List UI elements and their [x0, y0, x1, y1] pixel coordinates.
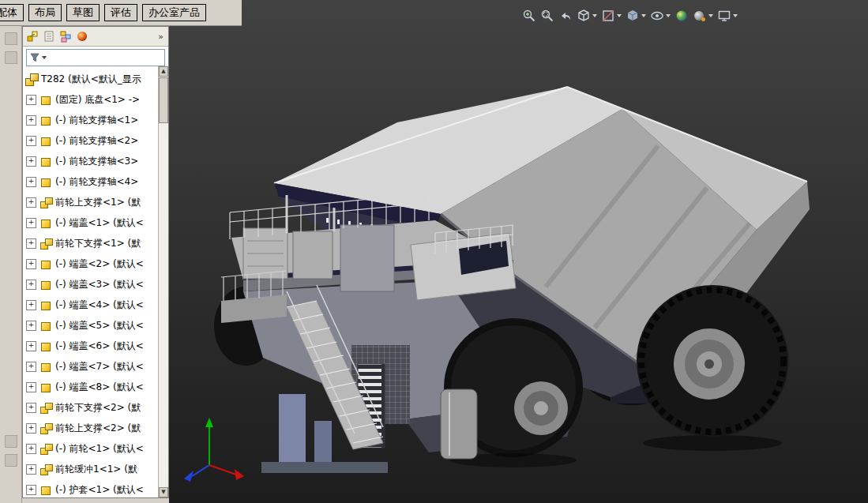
expand-toggle[interactable]: + [26, 485, 36, 495]
expand-toggle[interactable]: + [26, 280, 36, 290]
tree-item[interactable]: +(-) 端盖<6> (默认< [23, 336, 168, 356]
tree-item-label: 前轮缓冲1<1> (默 [55, 463, 137, 476]
expand-toggle[interactable]: + [26, 321, 36, 331]
tree-item[interactable]: +(-) 前轮支撑轴<1> [23, 110, 168, 130]
tab-assembly[interactable]: 配体 [0, 4, 24, 21]
expand-toggle[interactable]: + [26, 156, 36, 167]
tree-item[interactable]: +(-) 护套<1> (默认< [23, 479, 168, 498]
expand-toggle[interactable]: + [26, 444, 36, 454]
dropdown-arrow-icon[interactable] [641, 14, 646, 17]
zoom-to-area-button[interactable] [539, 8, 555, 24]
dropdown-arrow-icon[interactable] [617, 14, 622, 17]
tree-item-label: (-) 端盖<4> (默认< [55, 298, 144, 312]
tree-item-label: (固定) 底盘<1> -> [55, 93, 140, 107]
tree-item-label: 前轮上支撑<2> (默 [55, 422, 141, 435]
assembly-icon [39, 443, 52, 455]
expand-toggle[interactable]: + [26, 362, 36, 372]
edit-appearance-button[interactable] [674, 8, 690, 24]
tab-office[interactable]: 办公室产品 [142, 4, 206, 21]
expand-toggle[interactable]: + [26, 423, 36, 434]
panel-overflow-chevrons[interactable]: » [158, 32, 165, 42]
tab-sketch[interactable]: 草图 [66, 4, 100, 21]
part-icon [39, 361, 52, 373]
collapsed-toolbar-icon [5, 32, 17, 45]
filter-dropdown-arrow[interactable] [42, 56, 47, 59]
tree-item[interactable]: +(-) 端盖<3> (默认< [23, 274, 168, 295]
tree-item-label: (-) 前轮<1> (默认< [55, 442, 144, 456]
expand-toggle[interactable]: + [26, 95, 36, 105]
tree-filter[interactable] [26, 49, 165, 66]
tree-item[interactable]: +(-) 端盖<7> (默认< [23, 356, 168, 377]
featuremanager-tree-icon[interactable] [26, 30, 39, 43]
appearances-icon[interactable] [76, 30, 88, 43]
feature-tree-list: T282 (默认<默认_显示+(固定) 底盘<1> ->+(-) 前轮支撑轴<1… [23, 69, 168, 498]
zoom-to-fit-button[interactable] [521, 8, 537, 24]
tree-item[interactable]: +(-) 前轮支撑轴<2> [23, 130, 168, 151]
collapsed-toolbar-icon [5, 435, 17, 448]
tree-item[interactable]: +(-) 端盖<5> (默认< [23, 315, 168, 336]
tree-item-label: (-) 端盖<1> (默认< [55, 216, 144, 230]
view-orientation-button[interactable] [576, 8, 598, 24]
tree-item[interactable]: +前轮下支撑<2> (默 [23, 397, 168, 418]
expand-toggle[interactable]: + [26, 403, 36, 413]
tree-item-label: (-) 端盖<7> (默认< [55, 360, 144, 373]
expand-toggle[interactable]: + [26, 382, 36, 392]
tree-item[interactable]: +(-) 前轮支撑轴<4> [23, 171, 168, 192]
configurationmanager-icon[interactable] [59, 30, 72, 43]
dropdown-arrow-icon[interactable] [592, 14, 597, 17]
tree-item-label: (-) 护套<1> (默认< [55, 483, 144, 497]
tree-scrollbar[interactable]: ▲ ▼ [158, 66, 168, 497]
tree-item[interactable]: +前轮上支撑<1> (默 [23, 192, 168, 212]
tab-layout[interactable]: 布局 [28, 4, 62, 21]
tree-item[interactable]: +(-) 端盖<2> (默认< [23, 253, 168, 274]
expand-toggle[interactable]: + [26, 218, 36, 228]
apply-scene-button[interactable] [692, 8, 714, 24]
collapsed-toolbar-icon [5, 454, 17, 467]
tree-item[interactable]: +前轮上支撑<2> (默 [23, 418, 168, 438]
scroll-up-button[interactable]: ▲ [159, 66, 168, 77]
tab-evaluate[interactable]: 评估 [104, 4, 137, 21]
propertymanager-icon[interactable] [43, 30, 55, 43]
tree-item[interactable]: +(-) 前轮<1> (默认< [23, 438, 168, 459]
graphics-viewport[interactable] [168, 26, 868, 503]
headsup-toolbar [521, 8, 738, 24]
hide-show-items-button[interactable] [649, 8, 671, 24]
part-icon [39, 299, 52, 311]
tree-item-label: 前轮上支撑<1> (默 [55, 196, 141, 209]
view-settings-button[interactable] [716, 8, 738, 24]
scroll-thumb[interactable] [159, 77, 168, 123]
display-style-button[interactable] [625, 8, 647, 24]
expand-toggle[interactable]: + [26, 136, 36, 146]
tree-item[interactable]: +(-) 端盖<1> (默认< [23, 212, 168, 233]
part-icon [39, 176, 52, 188]
expand-toggle[interactable]: + [26, 300, 36, 310]
dropdown-arrow-icon[interactable] [708, 14, 713, 17]
expand-toggle[interactable]: + [26, 197, 36, 208]
previous-view-button[interactable] [558, 8, 573, 24]
section-view-button[interactable] [600, 8, 622, 24]
tree-item[interactable]: +(-) 前轮支撑轴<3> [23, 151, 168, 171]
tree-item[interactable]: +(-) 端盖<8> (默认< [23, 377, 168, 397]
viewport-3d-model[interactable] [168, 26, 868, 503]
tree-item[interactable]: T282 (默认<默认_显示 [23, 69, 168, 89]
tree-item[interactable]: +前轮下支撑<1> (默 [23, 233, 168, 253]
dropdown-arrow-icon[interactable] [666, 14, 671, 17]
assembly-icon [39, 464, 52, 475]
scroll-down-button[interactable]: ▼ [159, 487, 168, 497]
expand-toggle[interactable]: + [26, 238, 36, 249]
expand-toggle[interactable]: + [26, 464, 36, 475]
expand-toggle[interactable]: + [26, 115, 36, 126]
expand-toggle[interactable]: + [26, 341, 36, 351]
filter-funnel-icon [30, 53, 39, 62]
tree-item[interactable]: +前轮缓冲1<1> (默 [23, 459, 168, 479]
tree-item-label: (-) 端盖<8> (默认< [55, 381, 144, 394]
tree-item[interactable]: +(固定) 底盘<1> -> [23, 89, 168, 110]
part-icon [39, 381, 52, 393]
expand-toggle[interactable]: + [26, 259, 36, 269]
collapsed-toolbar-icon [5, 51, 17, 64]
dropdown-arrow-icon[interactable] [733, 14, 738, 17]
assembly-icon [39, 402, 52, 414]
assembly-icon [39, 197, 52, 208]
tree-item[interactable]: +(-) 端盖<4> (默认< [23, 295, 168, 315]
expand-toggle[interactable]: + [26, 177, 36, 187]
